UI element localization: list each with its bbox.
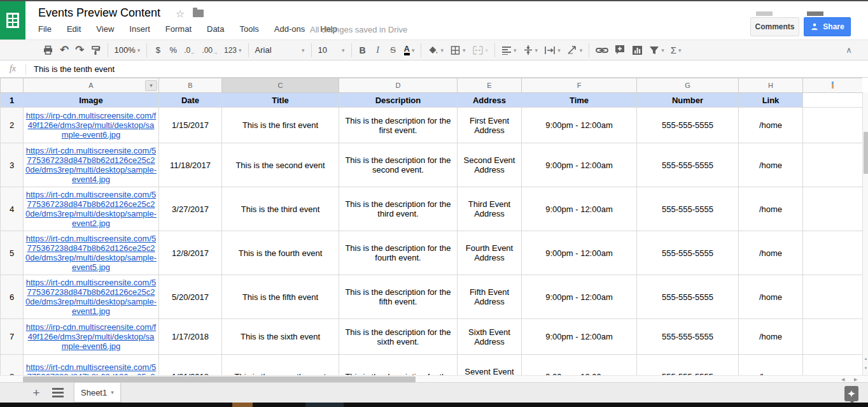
cell[interactable]: This is the description for the third ev… (339, 187, 458, 231)
column-header-b[interactable]: B (159, 78, 222, 93)
cell[interactable]: Date (159, 93, 222, 108)
cell[interactable]: https://irt-cdn.multiscreensite.com/5775… (24, 143, 159, 187)
select-all-corner[interactable] (1, 78, 24, 93)
text-rotation-button[interactable]: ▾ (564, 43, 586, 58)
cell[interactable]: This is the description for the (339, 355, 458, 376)
add-sheet-button[interactable]: + (28, 385, 45, 401)
vertical-scrollbar[interactable]: ▲ ▼ (862, 92, 868, 375)
column-dropdown-icon[interactable]: ▼ (145, 80, 157, 91)
cell[interactable]: 555-555-5555 (637, 355, 739, 376)
menu-data[interactable]: Data (207, 24, 224, 34)
column-header-c[interactable]: C (222, 78, 339, 93)
cell[interactable]: https://irp-cdn.multiscreensite.com/f49f… (24, 108, 159, 143)
menu-tools[interactable]: Tools (239, 24, 258, 34)
functions-button[interactable]: Σ▾ (668, 43, 685, 58)
row-header-1[interactable]: 1 (1, 93, 24, 108)
horizontal-align-button[interactable]: ▾ (498, 43, 520, 58)
cell[interactable]: Title (222, 93, 339, 108)
cell[interactable]: https://irp-cdn.multiscreensite.com/f49f… (24, 319, 159, 355)
cell[interactable]: 9:00pm - 12:00am (522, 143, 637, 187)
menu-add-ons[interactable]: Add-ons (274, 24, 305, 34)
font-size-select[interactable]: 10▾ (315, 43, 348, 58)
cell[interactable]: This is the fifth event (222, 275, 339, 319)
cell[interactable] (803, 143, 863, 187)
column-header-e[interactable]: E (458, 78, 522, 93)
column-header-i[interactable] (803, 78, 863, 93)
cell[interactable]: 9:00pm - 12:00am (522, 231, 637, 275)
cell[interactable]: Sevent Event Address (458, 355, 522, 376)
cell[interactable]: 555-555-5555 (637, 143, 739, 187)
borders-button[interactable]: ▾ (447, 43, 469, 58)
scroll-up-icon[interactable]: ▲ (863, 357, 868, 361)
row-header-7[interactable]: 7 (1, 319, 24, 355)
explore-button[interactable] (844, 386, 858, 401)
filter-button[interactable]: ▾ (646, 43, 668, 58)
format-percent-button[interactable]: % (165, 43, 181, 58)
vertical-scrollbar-thumb[interactable] (864, 132, 868, 174)
cell[interactable]: Fifth Event Address (458, 275, 522, 319)
cell[interactable]: 9:00pm - 12:00am (522, 187, 637, 231)
format-currency-button[interactable]: $ (150, 43, 165, 58)
merge-cells-button[interactable]: ▾ (469, 43, 492, 58)
cell[interactable]: This is the sixth event (222, 319, 339, 355)
cell[interactable]: This is the second event (222, 143, 339, 187)
cell[interactable]: 9:00pm - 12:00am (522, 355, 637, 376)
more-formats-button[interactable]: 123▾ (221, 43, 245, 58)
row-header-4[interactable]: 4 (1, 187, 24, 231)
horizontal-scrollbar-thumb[interactable] (23, 376, 416, 382)
menu-view[interactable]: View (96, 24, 114, 34)
cell[interactable]: 1/31/2018 (159, 355, 222, 376)
all-sheets-menu-icon[interactable] (52, 388, 64, 397)
cell[interactable]: /home (739, 319, 803, 355)
row-header-2[interactable]: 2 (1, 108, 24, 143)
folder-icon[interactable] (193, 10, 204, 17)
decrease-decimal-button[interactable]: .0← (181, 43, 199, 58)
document-title[interactable]: Events Preview Content (38, 6, 160, 20)
column-header-a[interactable]: A▼ (24, 78, 159, 93)
cell[interactable]: 555-555-5555 (637, 108, 739, 143)
menu-format[interactable]: Format (165, 24, 192, 34)
cell[interactable]: This is the fourth event (222, 231, 339, 275)
cell[interactable]: 12/8/2017 (159, 231, 222, 275)
cell[interactable]: /home (739, 187, 803, 231)
cell[interactable]: 1/17/2018 (159, 319, 222, 355)
fill-color-button[interactable]: ▾ (424, 43, 447, 58)
cell[interactable]: 5/20/2017 (159, 275, 222, 319)
horizontal-scrollbar[interactable]: ◀ ▶ (0, 375, 868, 382)
paint-format-button[interactable] (88, 43, 104, 58)
italic-button[interactable]: I (370, 43, 386, 58)
cell[interactable] (803, 231, 863, 275)
cell[interactable]: Address (458, 93, 522, 108)
image-link[interactable]: https://irt-cdn.multiscreensite.com/5775… (26, 362, 156, 376)
cell[interactable]: /home (739, 143, 803, 187)
insert-link-button[interactable] (592, 43, 612, 58)
image-link[interactable]: https://irt-cdn.multiscreensite.com/5775… (25, 190, 157, 228)
row-header-5[interactable]: 5 (1, 231, 24, 275)
cell[interactable]: 555-555-5555 (637, 319, 739, 355)
vertical-align-button[interactable]: ▾ (520, 43, 542, 58)
cell[interactable]: https://irt-cdn.multiscreensite.com/5775… (24, 231, 159, 275)
formula-input[interactable]: This is the tenth event (34, 64, 868, 74)
cell[interactable]: First Event Address (458, 108, 522, 143)
menu-insert[interactable]: Insert (129, 24, 150, 34)
cell[interactable]: https://irt-cdn.multiscreensite.com/5775… (24, 187, 159, 231)
cell[interactable] (803, 275, 863, 319)
redo-button[interactable]: ↷ (72, 43, 87, 58)
cell[interactable]: /home (739, 355, 803, 376)
cell[interactable]: Number (637, 93, 739, 108)
zoom-select[interactable]: 100%▾ (111, 43, 144, 58)
insert-comment-button[interactable] (612, 43, 629, 58)
cell[interactable]: /home (739, 231, 803, 275)
cell[interactable] (803, 108, 863, 143)
cell[interactable]: 9:00pm - 12:00am (522, 319, 637, 355)
menu-file[interactable]: File (38, 24, 52, 34)
cell[interactable]: 3/27/2017 (159, 187, 222, 231)
cell[interactable]: Third Event Address (458, 187, 522, 231)
cell[interactable]: 555-555-5555 (637, 275, 739, 319)
cell[interactable]: Image (24, 93, 159, 108)
cell[interactable]: https://irt-cdn.multiscreensite.com/5775… (24, 355, 159, 376)
text-color-button[interactable]: A▾ (401, 43, 418, 58)
cell[interactable] (803, 319, 863, 355)
cell[interactable]: 9:00pm - 12:00am (522, 275, 637, 319)
cell[interactable] (803, 355, 863, 376)
